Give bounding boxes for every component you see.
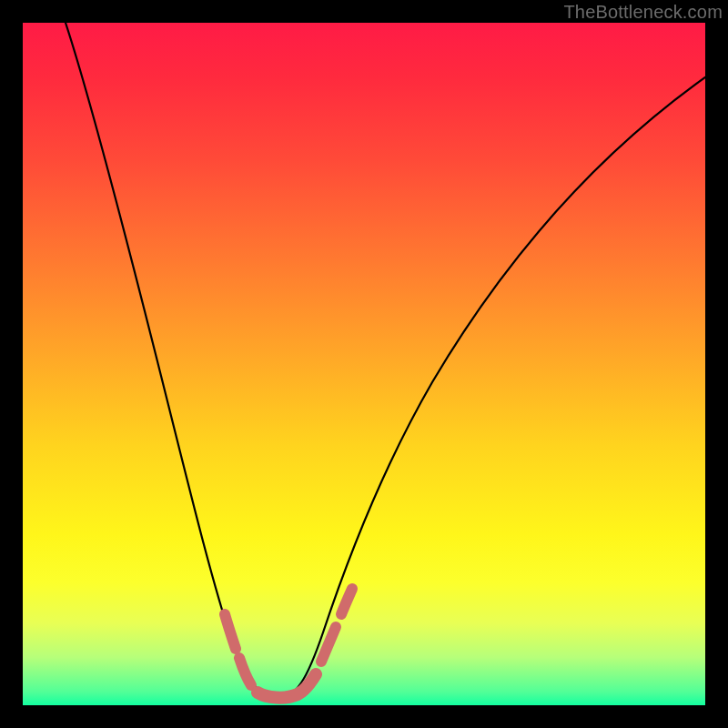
bead-valley [258, 674, 316, 698]
bead-left-lower [239, 658, 251, 685]
bead-right-upper [341, 589, 352, 614]
bottleneck-curve [23, 23, 705, 705]
plot-area [23, 23, 705, 705]
curve-path [66, 23, 705, 698]
watermark-text: TheBottleneck.com [563, 2, 723, 23]
bead-left-upper [225, 614, 236, 649]
